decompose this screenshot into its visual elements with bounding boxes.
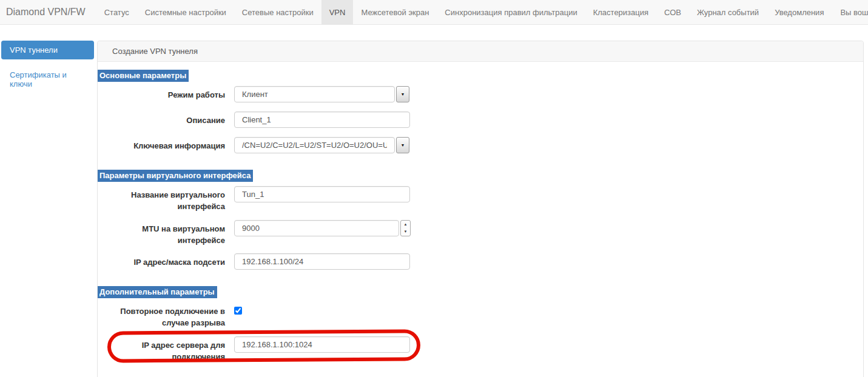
caret-down-icon: ▼ bbox=[401, 92, 405, 96]
reconnect-checkbox[interactable] bbox=[234, 307, 242, 315]
caret-down-icon: ▼ bbox=[401, 143, 405, 147]
user-menu-label: Вы вошли как: root bbox=[840, 8, 868, 17]
mode-label: Режим работы bbox=[98, 86, 225, 101]
section-title-basic: Основные параметры bbox=[98, 70, 189, 82]
form-row-description: Описание bbox=[98, 112, 863, 128]
spinner-down-button[interactable]: ▼ bbox=[401, 228, 410, 236]
form-row-key-info: Ключевая информация ▼ bbox=[98, 137, 863, 153]
nav-item-status[interactable]: Статус bbox=[96, 0, 137, 24]
ip-subnet-label: IP адрес/маска подсети bbox=[98, 253, 225, 269]
vif-name-label: Название виртуального интерфейса bbox=[98, 186, 225, 213]
form-row-mtu: MTU на виртуальном интерфейсе ▲ ▼ bbox=[98, 220, 863, 247]
top-navbar: Diamond VPN/FW Статус Системные настройк… bbox=[0, 0, 868, 25]
content-area: VPN туннели Сертификаты и ключи Создание… bbox=[0, 25, 868, 377]
sidebar: VPN туннели Сертификаты и ключи bbox=[1, 41, 94, 99]
section-title-virtual-interface: Параметры виртуального интерфейса bbox=[98, 170, 253, 182]
panel-title: Создание VPN туннеля bbox=[98, 41, 863, 62]
arrow-down-icon: ▼ bbox=[404, 230, 408, 233]
sidebar-item-certificates-keys[interactable]: Сертификаты и ключи bbox=[1, 65, 94, 93]
mtu-input[interactable] bbox=[234, 220, 399, 236]
section-title-additional: Дополнительный параметры bbox=[98, 286, 217, 298]
nav-item-clustering[interactable]: Кластеризация bbox=[585, 0, 656, 24]
mtu-label: MTU на виртуальном интерфейсе bbox=[98, 220, 225, 247]
ip-subnet-input[interactable] bbox=[234, 253, 410, 270]
key-info-label: Ключевая информация bbox=[98, 137, 225, 152]
nav-menu: Статус Системные настройки Сетевые настр… bbox=[96, 0, 832, 24]
mode-select[interactable] bbox=[234, 86, 395, 102]
vpn-tunnel-form: Основные параметры Режим работы ▼ Описан… bbox=[98, 62, 863, 377]
nav-item-ids[interactable]: СОВ bbox=[656, 0, 689, 24]
key-info-dropdown-button[interactable]: ▼ bbox=[396, 137, 409, 153]
mtu-spinner: ▲ ▼ bbox=[400, 220, 411, 236]
nav-item-firewall[interactable]: Межсетевой экран bbox=[353, 0, 437, 24]
user-menu[interactable]: Вы вошли как: root ▾ bbox=[832, 0, 868, 24]
sidebar-item-vpn-tunnels[interactable]: VPN туннели bbox=[1, 41, 94, 59]
form-row-reconnect: Повторное подключение в случае разрыва bbox=[98, 302, 863, 329]
form-row-vif-name: Название виртуального интерфейса bbox=[98, 186, 863, 213]
nav-item-event-log[interactable]: Журнал событий bbox=[689, 0, 767, 24]
arrow-up-icon: ▲ bbox=[404, 222, 408, 226]
nav-item-notifications[interactable]: Уведомления bbox=[767, 0, 832, 24]
nav-item-vpn[interactable]: VPN bbox=[321, 0, 354, 24]
vif-name-input[interactable] bbox=[234, 186, 410, 202]
server-ip-label: IP адрес сервера для подключения bbox=[98, 336, 225, 363]
description-input[interactable] bbox=[234, 112, 410, 128]
spinner-up-button[interactable]: ▲ bbox=[401, 221, 410, 229]
key-info-select[interactable] bbox=[234, 137, 395, 153]
nav-item-filter-rules-sync[interactable]: Синхронизация правил фильтрации bbox=[437, 0, 585, 24]
nav-item-network-settings[interactable]: Сетевые настройки bbox=[234, 0, 321, 24]
server-ip-input[interactable] bbox=[234, 336, 410, 353]
vpn-tunnel-panel: Создание VPN туннеля Основные параметры … bbox=[97, 41, 864, 377]
brand-logo[interactable]: Diamond VPN/FW bbox=[0, 0, 96, 24]
description-label: Описание bbox=[98, 112, 225, 127]
mode-dropdown-button[interactable]: ▼ bbox=[396, 86, 409, 102]
reconnect-label: Повторное подключение в случае разрыва bbox=[98, 302, 225, 329]
form-row-mode: Режим работы ▼ bbox=[98, 86, 863, 102]
form-row-server-ip: IP адрес сервера для подключения bbox=[98, 336, 863, 363]
form-row-ip-subnet: IP адрес/маска подсети bbox=[98, 253, 863, 270]
nav-item-system-settings[interactable]: Системные настройки bbox=[137, 0, 234, 24]
